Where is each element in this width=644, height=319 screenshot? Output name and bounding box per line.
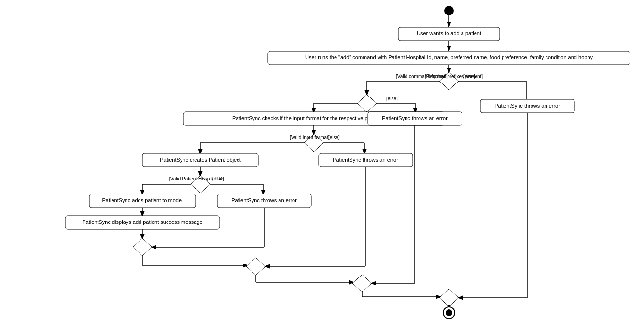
node-success-label: PatientSync displays add patient success…	[82, 219, 202, 225]
node-error1-label: PatientSync throws an error	[494, 103, 560, 109]
label-else-d2: [else]	[386, 96, 398, 101]
label-valid-command: [Valid command format]	[396, 74, 447, 79]
merge3-diamond	[352, 275, 372, 292]
activity-diagram: User wants to add a patient User runs th…	[0, 0, 644, 319]
diamond-valid-command	[357, 95, 377, 112]
label-valid-input: [Valid input format]	[290, 135, 330, 140]
node-user-wants-label: User wants to add a patient	[417, 30, 481, 36]
label-else-d3: [else]	[328, 135, 340, 140]
label-else-d1: [else]	[463, 74, 475, 79]
merge1-diamond	[133, 238, 152, 256]
node-add-command-label: User runs the "add" command with Patient…	[305, 55, 593, 60]
end-inner	[446, 309, 452, 316]
node-add-patient-label: PatientSync adds patient to model	[102, 197, 183, 203]
node-error3-label: PatientSync throws an error	[333, 157, 398, 163]
node-error4-label: PatientSync throws an error	[231, 197, 297, 203]
node-create-patient-label: PatientSync creates Patient object	[160, 157, 241, 163]
label-else-d4: [else]	[212, 176, 224, 181]
merge4-diamond	[439, 289, 459, 306]
start-node	[444, 6, 454, 15]
merge2-diamond	[246, 258, 266, 275]
node-error2-label: PatientSync throws an error	[382, 115, 448, 121]
